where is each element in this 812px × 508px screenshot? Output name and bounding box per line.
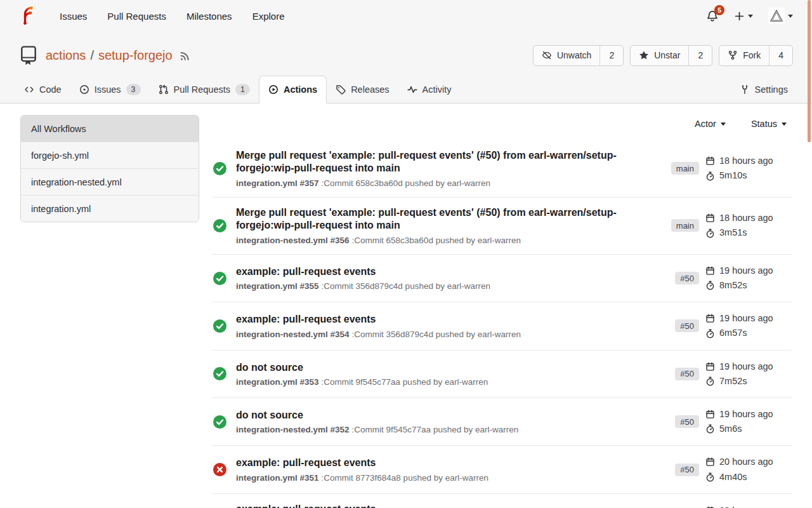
- run-title[interactable]: example: pull-request events: [236, 457, 488, 469]
- run-title[interactable]: example: pull-request events: [236, 503, 519, 508]
- stopwatch-icon: [705, 229, 715, 238]
- run-title[interactable]: do not source: [236, 409, 518, 422]
- repo-owner-link[interactable]: actions: [46, 48, 86, 63]
- run-workflow-ref[interactable]: integration-nested.yml #356: [236, 236, 350, 245]
- runs-panel: Actor Status Merge pull request 'example…: [212, 115, 792, 508]
- fork-button[interactable]: Fork 4: [719, 45, 793, 66]
- workflow-run-row[interactable]: example: pull-request events integration…: [212, 493, 792, 508]
- pulse-icon: [407, 84, 417, 95]
- wrench-icon: [740, 84, 750, 95]
- run-commit-info: :Commit 658c3ba60d pushed by earl-warren: [352, 236, 521, 245]
- calendar-icon: [705, 457, 715, 467]
- workflows-sidebar: All Workflows forgejo-sh.yml integration…: [20, 115, 199, 508]
- ref-badge[interactable]: #50: [675, 272, 699, 284]
- tab-actions[interactable]: Actions: [259, 76, 327, 104]
- run-commit-info: :Commit 9f545c77aa pushed by earl-warren: [352, 425, 519, 434]
- workflow-run-row[interactable]: Merge pull request 'example: pull-reques…: [212, 197, 792, 254]
- run-workflow-ref[interactable]: integration-nested.yml #354: [236, 330, 350, 339]
- tab-label: Code: [39, 84, 62, 95]
- unstar-label: Unstar: [654, 50, 680, 60]
- run-title[interactable]: do not source: [236, 361, 488, 374]
- workflow-run-row[interactable]: do not source integration.yml #353:Commi…: [212, 350, 792, 398]
- run-time: 19 hours ago: [719, 264, 773, 278]
- run-subtitle: integration.yml #357:Commit 658c3ba60d p…: [236, 178, 631, 188]
- code-icon: [24, 84, 34, 95]
- tab-label: Issues: [95, 84, 121, 95]
- ref-badge[interactable]: main: [671, 162, 699, 175]
- star-count[interactable]: 2: [689, 46, 712, 65]
- forgejo-logo-icon[interactable]: [18, 5, 39, 27]
- run-title[interactable]: Merge pull request 'example: pull-reques…: [236, 149, 631, 175]
- run-title[interactable]: example: pull-request events: [236, 265, 490, 278]
- calendar-icon: [705, 266, 715, 276]
- run-workflow-ref[interactable]: integration.yml #351: [236, 473, 319, 483]
- tab-code[interactable]: Code: [15, 76, 70, 103]
- page-scrollbar[interactable]: [808, 0, 811, 142]
- tab-label: Pull Requests: [174, 84, 230, 95]
- nav-milestones[interactable]: Milestones: [176, 11, 242, 22]
- workflow-run-row[interactable]: do not source integration-nested.yml #35…: [212, 398, 792, 445]
- ref-badge[interactable]: #50: [675, 368, 699, 380]
- fork-count[interactable]: 4: [769, 46, 792, 65]
- run-time: 19 hours ago: [719, 311, 773, 326]
- actor-filter-dropdown[interactable]: Actor: [695, 119, 726, 129]
- run-title[interactable]: Merge pull request 'example: pull-reques…: [236, 206, 631, 232]
- run-workflow-ref[interactable]: integration.yml #353: [236, 377, 319, 387]
- status-filter-dropdown[interactable]: Status: [751, 119, 787, 129]
- plus-icon: [734, 11, 745, 22]
- workflow-run-row[interactable]: example: pull-request events integration…: [212, 445, 792, 493]
- run-workflow-ref[interactable]: integration-nested.yml #352: [236, 425, 350, 434]
- run-duration: 8m52s: [719, 278, 747, 293]
- check-circle-icon: [213, 162, 226, 175]
- calendar-icon: [705, 156, 715, 166]
- nav-issues[interactable]: Issues: [49, 11, 97, 22]
- nav-pull-requests[interactable]: Pull Requests: [97, 11, 176, 22]
- ref-badge[interactable]: #50: [675, 464, 699, 476]
- notification-count-badge: 5: [714, 5, 724, 15]
- calendar-icon: [705, 410, 715, 419]
- issues-count-badge: 3: [126, 84, 141, 95]
- run-commit-info: :Commit 9f545c77aa pushed by earl-warren: [322, 377, 488, 387]
- rss-icon[interactable]: [179, 50, 191, 62]
- create-new-button[interactable]: [734, 11, 753, 22]
- unwatch-label: Unwatch: [557, 50, 591, 60]
- nav-explore[interactable]: Explore: [242, 11, 295, 22]
- sidebar-item-all-workflows[interactable]: All Workflows: [21, 116, 199, 142]
- run-workflow-ref[interactable]: integration.yml #355: [236, 281, 319, 291]
- ref-badge[interactable]: main: [671, 219, 699, 232]
- watch-count[interactable]: 2: [600, 46, 623, 65]
- ref-badge[interactable]: #50: [675, 415, 699, 428]
- run-filters: Actor Status: [212, 115, 792, 140]
- workflow-run-row[interactable]: example: pull-request events integration…: [212, 254, 792, 302]
- run-workflow-ref[interactable]: integration.yml #357: [236, 178, 319, 188]
- sidebar-item-integration[interactable]: integration.yml: [21, 195, 199, 222]
- run-subtitle: integration.yml #351:Commit 8773f684a8 p…: [236, 473, 488, 483]
- check-circle-icon: [213, 415, 226, 429]
- unwatch-button[interactable]: Unwatch 2: [533, 45, 624, 66]
- sidebar-item-forgejo-sh[interactable]: forgejo-sh.yml: [21, 142, 199, 168]
- repo-header: actions / setup-forgejo Unwatch: [0, 32, 812, 104]
- tab-issues[interactable]: Issues 3: [70, 76, 150, 103]
- sidebar-item-integration-nested[interactable]: integration-nested.yml: [21, 168, 199, 195]
- run-duration: 5m10s: [719, 168, 747, 183]
- notifications-button[interactable]: 5: [706, 10, 719, 22]
- stopwatch-icon: [705, 329, 715, 338]
- calendar-icon: [705, 314, 715, 323]
- tab-releases[interactable]: Releases: [327, 76, 398, 103]
- chevron-down-icon: [721, 123, 726, 128]
- breadcrumb-separator: /: [90, 48, 94, 63]
- workflow-run-row[interactable]: example: pull-request events integration…: [212, 302, 792, 349]
- tab-activity[interactable]: Activity: [398, 76, 461, 103]
- chevron-down-icon: [788, 15, 793, 20]
- stopwatch-icon: [705, 171, 715, 181]
- ref-badge[interactable]: #50: [675, 319, 699, 332]
- repo-name-link[interactable]: setup-forgejo: [98, 48, 173, 63]
- workflow-run-row[interactable]: Merge pull request 'example: pull-reques…: [212, 140, 792, 197]
- run-title[interactable]: example: pull-request events: [236, 313, 521, 326]
- user-menu-button[interactable]: [768, 8, 793, 24]
- run-duration: 5m6s: [719, 422, 742, 436]
- tab-pull-requests[interactable]: Pull Requests 1: [150, 76, 259, 103]
- unstar-button[interactable]: Unstar 2: [630, 45, 712, 66]
- calendar-icon: [705, 213, 715, 223]
- tab-settings[interactable]: Settings: [731, 76, 797, 103]
